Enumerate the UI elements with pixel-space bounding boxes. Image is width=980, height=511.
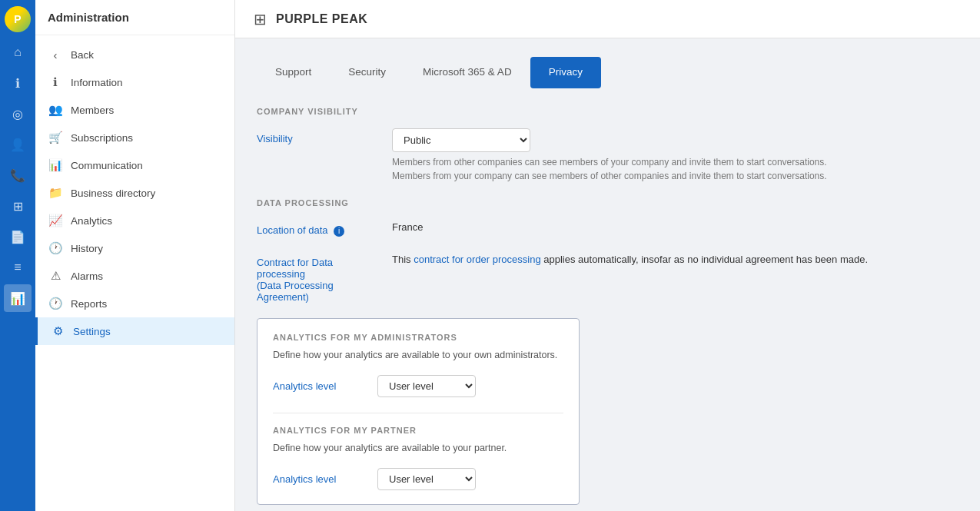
visibility-row: Visibility Public Private Internal Membe… (257, 128, 958, 183)
sidebar-item-label: Subscriptions (71, 132, 133, 144)
icon-bar-people[interactable]: 👤 (4, 131, 32, 158)
contract-desc: This contract for order processing appli… (392, 252, 958, 267)
sidebar-item-analytics[interactable]: 📈 Analytics (35, 207, 234, 234)
members-icon: 👥 (48, 103, 63, 117)
sidebar-item-label: Reports (71, 298, 107, 310)
analytics-partner-select[interactable]: User level Company level No access (377, 468, 476, 490)
sidebar-item-label: Information (71, 77, 123, 88)
data-processing-title: DATA PROCESSING (257, 198, 958, 207)
sidebar-item-label: Business directory (71, 187, 155, 199)
analytics-admins-desc: Define how your analytics are available … (273, 348, 563, 363)
company-grid-icon: ⊞ (254, 10, 267, 28)
visibility-value: Public Private Internal Members from oth… (392, 128, 958, 183)
icon-bar-info[interactable]: ℹ (4, 69, 32, 97)
avatar[interactable]: P (5, 6, 31, 32)
sidebar-item-label: Alarms (71, 270, 103, 282)
contract-label[interactable]: Contract for Data processing(Data Proces… (257, 252, 380, 303)
sidebar-title: Administration (48, 11, 129, 24)
visibility-select[interactable]: Public Private Internal (392, 128, 530, 152)
analytics-partner-label[interactable]: Analytics level (273, 473, 365, 485)
icon-bar-home[interactable]: ⌂ (4, 38, 32, 66)
sidebar-item-label: History (71, 243, 103, 254)
company-visibility-title: COMPANY VISIBILITY (257, 107, 958, 116)
icon-bar-doc[interactable]: 📄 (4, 223, 32, 251)
sidebar-item-history[interactable]: 🕐 History (35, 234, 234, 262)
sidebar-item-subscriptions[interactable]: 🛒 Subscriptions (35, 124, 234, 151)
analytics-admins-select[interactable]: User level Company level No access (377, 375, 476, 397)
sidebar-item-alarms[interactable]: ⚠ Alarms (35, 262, 234, 290)
analytics-partner-desc: Define how your analytics are available … (273, 441, 563, 456)
icon-bar-grid[interactable]: ⊞ (4, 192, 32, 220)
sidebar-item-label: Communication (71, 160, 143, 171)
subscriptions-icon: 🛒 (48, 131, 63, 144)
analytics-admins-row: Analytics level User level Company level… (273, 375, 563, 397)
contract-link-label[interactable]: Contract for Data processing(Data Proces… (257, 257, 334, 303)
content-area: Support Security Microsoft 365 & AD Priv… (235, 38, 980, 511)
analytics-admins-box: ANALYTICS FOR MY ADMINISTRATORS Define h… (257, 318, 580, 505)
sidebar-back-label: Back (71, 49, 94, 61)
visibility-label[interactable]: Visibility (257, 128, 380, 144)
location-value: France (392, 220, 958, 233)
sidebar-item-reports[interactable]: 🕐 Reports (35, 290, 234, 317)
analytics-partner-title: ANALYTICS FOR MY PARTNER (273, 426, 563, 435)
analytics-divider (273, 413, 563, 413)
sidebar-item-label: Members (71, 105, 114, 116)
tab-microsoft[interactable]: Microsoft 365 & AD (404, 57, 530, 88)
icon-bar: P ⌂ ℹ ◎ 👤 📞 ⊞ 📄 ≡ 📊 (0, 0, 35, 511)
icon-bar-list[interactable]: ≡ (4, 254, 32, 281)
tab-security[interactable]: Security (330, 57, 404, 88)
sidebar-item-label: Settings (73, 326, 111, 337)
analytics-partner-row: Analytics level User level Company level… (273, 468, 563, 490)
sidebar-header: Administration (35, 0, 234, 35)
analytics-admins-title: ANALYTICS FOR MY ADMINISTRATORS (273, 333, 563, 342)
company-name: PURPLE PEAK (276, 12, 367, 26)
contract-order-link[interactable]: contract for order processing (414, 254, 540, 265)
sidebar-item-information[interactable]: ℹ Information (35, 68, 234, 96)
reports-icon: 🕐 (48, 297, 63, 310)
icon-bar-analytics[interactable]: 📊 (4, 284, 32, 312)
history-icon: 🕐 (48, 241, 63, 255)
sidebar-item-label: Analytics (71, 215, 112, 227)
location-label[interactable]: Location of data i (257, 220, 380, 237)
sidebar-item-back[interactable]: ‹ Back (35, 41, 234, 68)
sidebar-item-members[interactable]: 👥 Members (35, 96, 234, 124)
sidebar-item-settings[interactable]: ⚙ Settings (35, 317, 234, 345)
main: ⊞ PURPLE PEAK Support Security Microsoft… (235, 0, 980, 511)
icon-bar-phone[interactable]: 📞 (4, 161, 32, 189)
location-info-icon[interactable]: i (334, 226, 344, 237)
icon-bar-contacts[interactable]: ◎ (4, 100, 32, 128)
topbar: ⊞ PURPLE PEAK (235, 0, 980, 38)
back-icon: ‹ (48, 48, 63, 61)
location-row: Location of data i France (257, 220, 958, 237)
info-icon: ℹ (48, 75, 63, 89)
business-directory-icon: 📁 (48, 186, 63, 200)
contract-row: Contract for Data processing(Data Proces… (257, 252, 958, 303)
sidebar-nav: ‹ Back ℹ Information 👥 Members 🛒 Subscri… (35, 35, 234, 511)
tab-privacy[interactable]: Privacy (530, 57, 601, 88)
alarms-icon: ⚠ (48, 269, 63, 283)
sidebar-item-communication[interactable]: 📊 Communication (35, 151, 234, 179)
communication-icon: 📊 (48, 158, 63, 172)
sidebar: Administration ‹ Back ℹ Information 👥 Me… (35, 0, 235, 511)
analytics-icon: 📈 (48, 214, 63, 227)
sidebar-item-business-directory[interactable]: 📁 Business directory (35, 179, 234, 207)
visibility-desc: Members from other companies can see mem… (392, 155, 958, 183)
tab-bar: Support Security Microsoft 365 & AD Priv… (257, 57, 958, 88)
analytics-admins-label[interactable]: Analytics level (273, 380, 365, 392)
settings-icon: ⚙ (50, 324, 65, 338)
tab-support[interactable]: Support (257, 57, 330, 88)
